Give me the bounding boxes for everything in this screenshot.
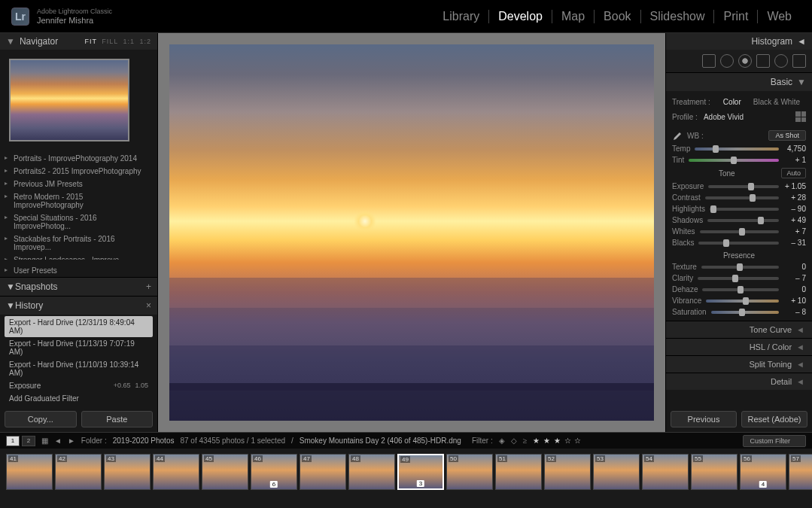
panel-split-toning[interactable]: Split Toning ◄ xyxy=(666,355,812,373)
module-print[interactable]: Print xyxy=(714,10,758,23)
nav-1to1[interactable]: 1:1 xyxy=(123,38,135,45)
tint-slider[interactable] xyxy=(689,159,779,162)
preset-folder[interactable]: Portraits2 - 2015 ImprovePhotography xyxy=(0,165,157,178)
thumbnail[interactable]: 564 xyxy=(740,454,786,490)
blacks-value[interactable]: – 31 xyxy=(783,239,806,247)
history-item[interactable]: Export - Hard Drive (12/31/19 8:49:04 AM… xyxy=(5,316,153,337)
shadows-value[interactable]: + 49 xyxy=(783,216,806,224)
history-item[interactable]: Add Graduated Filter xyxy=(5,392,153,405)
thumbnail[interactable]: 45 xyxy=(202,454,248,490)
preset-folder[interactable]: Stackables for Portraits - 2016 Improvep… xyxy=(0,233,157,254)
copy-button[interactable]: Copy... xyxy=(5,411,77,427)
module-develop[interactable]: Develop xyxy=(489,10,552,23)
treatment-color[interactable]: Color xyxy=(717,96,747,108)
vibrance-slider[interactable] xyxy=(706,300,779,303)
basic-panel-header[interactable]: Basic ▼ xyxy=(666,73,812,91)
spot-removal-icon[interactable] xyxy=(720,54,734,68)
thumbnail[interactable]: 466 xyxy=(251,454,297,490)
navigator-modes[interactable]: FIT FILL 1:1 1:2 xyxy=(82,38,151,45)
thumbnail[interactable]: 41 xyxy=(6,454,53,490)
auto-button[interactable]: Auto xyxy=(781,168,806,178)
nav-fill[interactable]: FILL xyxy=(102,38,118,45)
highlights-value[interactable]: – 90 xyxy=(783,205,806,213)
radial-filter-icon[interactable] xyxy=(774,54,788,68)
grid-icon[interactable] xyxy=(795,111,806,122)
custom-filter-dropdown[interactable]: Custom Filter xyxy=(743,435,806,447)
saturation-value[interactable]: – 8 xyxy=(783,308,806,316)
nav-fit[interactable]: FIT xyxy=(84,38,96,45)
image-canvas[interactable] xyxy=(158,33,665,432)
clarity-value[interactable]: – 7 xyxy=(783,274,806,282)
whites-slider[interactable] xyxy=(700,230,779,233)
previous-button[interactable]: Previous xyxy=(671,411,737,427)
wb-dropdown[interactable]: As Shot xyxy=(768,130,806,141)
treatment-bw[interactable]: Black & White xyxy=(747,96,806,108)
panel-detail[interactable]: Detail ◄ xyxy=(666,373,812,390)
thumbnail[interactable]: 50 xyxy=(446,454,493,490)
navigator-preview[interactable] xyxy=(9,59,129,141)
user-presets[interactable]: User Presets xyxy=(0,264,157,277)
contrast-slider[interactable] xyxy=(705,196,779,199)
preset-folder[interactable]: Retro Modern - 2015 ImprovePhotography xyxy=(0,190,157,211)
preset-folder[interactable]: Stronger Landscapes - Improve Photogr... xyxy=(0,254,157,260)
folder-name[interactable]: 2019-2020 Photos xyxy=(113,437,175,445)
history-item[interactable]: Export - Hard Drive (11/10/19 10:39:14 A… xyxy=(5,358,153,379)
panel-hsl-color[interactable]: HSL / Color ◄ xyxy=(666,338,812,355)
page-2[interactable]: 2 xyxy=(22,436,35,446)
brush-tool-icon[interactable] xyxy=(792,54,806,68)
thumbnail[interactable]: 52 xyxy=(544,454,591,490)
thumbnail[interactable]: 57 xyxy=(789,454,812,490)
thumbnail[interactable]: 48 xyxy=(348,454,395,490)
contrast-value[interactable]: + 28 xyxy=(783,193,806,202)
temp-slider[interactable] xyxy=(695,148,779,151)
saturation-slider[interactable] xyxy=(711,311,779,314)
paste-button[interactable]: Paste xyxy=(81,411,154,427)
crop-tool-icon[interactable] xyxy=(702,54,716,68)
profile-value[interactable]: Adobe Vivid xyxy=(704,113,744,121)
reset-button[interactable]: Reset (Adobe) xyxy=(741,411,807,427)
preset-folder[interactable]: Previous JM Presets xyxy=(0,178,157,190)
plus-icon[interactable]: + xyxy=(146,281,151,292)
snapshots-header[interactable]: ▼ Snapshots + xyxy=(0,277,157,296)
thumbnail[interactable]: 54 xyxy=(642,454,689,490)
star-filter[interactable]: ★ ★ ★ ☆ ☆ xyxy=(533,437,582,445)
module-slideshow[interactable]: Slideshow xyxy=(641,10,715,23)
whites-value[interactable]: + 7 xyxy=(783,227,806,236)
preset-folder[interactable]: Portraits - ImprovePhotography 2014 xyxy=(0,152,157,165)
fwd-icon[interactable]: ► xyxy=(68,437,75,445)
module-map[interactable]: Map xyxy=(552,10,595,23)
shadows-slider[interactable] xyxy=(707,219,779,222)
navigator-header[interactable]: ▼ Navigator FIT FILL 1:1 1:2 xyxy=(0,33,157,50)
panel-tone-curve[interactable]: Tone Curve ◄ xyxy=(666,321,812,338)
thumbnail[interactable]: 493 xyxy=(397,454,444,490)
module-book[interactable]: Book xyxy=(595,10,640,23)
dehaze-value[interactable]: 0 xyxy=(783,285,806,294)
tint-value[interactable]: + 1 xyxy=(783,156,806,164)
thumbnail[interactable]: 51 xyxy=(495,454,542,490)
flag-rejected-icon[interactable]: ◇ xyxy=(511,437,517,445)
clarity-slider[interactable] xyxy=(698,277,779,280)
thumbnail[interactable]: 42 xyxy=(55,454,102,490)
thumbnail[interactable]: 55 xyxy=(691,454,737,490)
history-item[interactable]: Export - Hard Drive (11/13/19 7:07:19 AM… xyxy=(5,337,153,358)
thumbnail[interactable]: 43 xyxy=(104,454,151,490)
history-header[interactable]: ▼ History × xyxy=(0,296,157,315)
preset-folder[interactable]: Special Situations - 2016 ImprovePhotog.… xyxy=(0,211,157,233)
texture-slider[interactable] xyxy=(701,266,779,269)
history-item[interactable]: Exposure+0.651.05 xyxy=(5,379,153,392)
filmstrip[interactable]: 4142434445466474849350515253545556457 xyxy=(0,449,812,495)
exposure-slider[interactable] xyxy=(708,185,779,188)
thumbnail[interactable]: 47 xyxy=(300,454,346,490)
module-library[interactable]: Library xyxy=(433,10,489,23)
vibrance-value[interactable]: + 10 xyxy=(783,297,806,305)
flag-picked-icon[interactable]: ◈ xyxy=(499,437,505,445)
graduated-filter-icon[interactable] xyxy=(756,54,770,68)
blacks-slider[interactable] xyxy=(698,242,779,245)
histogram-header[interactable]: Histogram ◄ xyxy=(666,33,812,50)
page-1[interactable]: 1 xyxy=(6,436,20,446)
back-icon[interactable]: ◄ xyxy=(54,437,62,445)
temp-value[interactable]: 4,750 xyxy=(783,144,806,153)
thumbnail[interactable]: 53 xyxy=(593,454,640,490)
eyedropper-icon[interactable] xyxy=(672,129,684,141)
close-icon[interactable]: × xyxy=(146,300,151,311)
